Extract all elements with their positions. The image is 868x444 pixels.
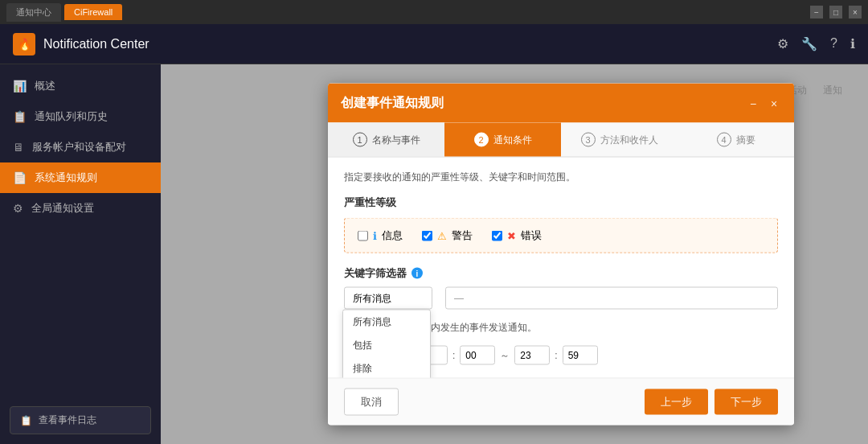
sidebar-item-overview[interactable]: 📊 概述 — [0, 71, 161, 101]
sidebar-item-global-settings[interactable]: ⚙ 全局通知设置 — [0, 193, 161, 224]
titlebar: 通知中心 CiFirewall − □ × — [0, 0, 868, 24]
severity-label-warn: 警告 — [452, 228, 473, 243]
view-event-log-label: 查看事件日志 — [39, 413, 96, 427]
severity-item-info[interactable]: ℹ 信息 — [358, 228, 403, 243]
keyword-section: 关键字筛选器 i 所有消息 包括 排除 — [344, 266, 778, 310]
tab-notification-center[interactable]: 通知中心 — [6, 3, 61, 22]
step-label-3: 方法和收件人 — [600, 133, 658, 146]
tools-icon[interactable]: 🔧 — [801, 36, 817, 51]
global-settings-icon: ⚙ — [13, 202, 23, 215]
app-title: Notification Center — [43, 37, 149, 51]
keyword-select-wrapper: 所有消息 包括 排除 — [344, 287, 432, 310]
settings-icon[interactable]: ⚙ — [777, 36, 788, 51]
sidebar-label-overview: 概述 — [35, 79, 55, 93]
step-label-2: 通知条件 — [493, 133, 532, 146]
severity-checkbox-info[interactable] — [358, 230, 368, 240]
sidebar-label-global-settings: 全局通知设置 — [31, 201, 94, 216]
prev-button[interactable]: 上一步 — [645, 389, 708, 415]
severity-row: ℹ 信息 ⚠ 警告 ✖ 错误 — [344, 218, 778, 253]
dropdown-item-all[interactable]: 所有消息 — [343, 310, 430, 334]
time-tilde: ～ — [500, 348, 510, 362]
severity-item-error[interactable]: ✖ 错误 — [492, 228, 542, 243]
time-from-minute[interactable] — [460, 346, 495, 365]
log-icon: 📋 — [20, 415, 32, 426]
time-to-minute[interactable] — [563, 346, 598, 365]
app-logo: 🔥 — [13, 33, 35, 56]
keyword-dropdown-menu: 所有消息 包括 排除 — [342, 310, 431, 378]
sidebar-item-service[interactable]: 🖥 服务帐户和设备配对 — [0, 132, 161, 162]
wizard-steps: 1 名称与事件 2 通知条件 3 方法和收件人 4 摘要 — [328, 123, 794, 158]
keyword-label-text: 关键字筛选器 — [344, 266, 407, 281]
step-num-4: 4 — [717, 133, 731, 147]
wizard-step-4[interactable]: 4 摘要 — [678, 123, 794, 157]
severity-section-title: 严重性等级 — [344, 195, 778, 210]
step-num-2: 2 — [474, 133, 489, 147]
view-event-log-button[interactable]: 📋 查看事件日志 — [10, 406, 151, 434]
modal-title: 创建事件通知规则 — [341, 95, 444, 112]
error-icon: ✖ — [507, 229, 516, 241]
tab-cifirewall[interactable]: CiFirewall — [64, 4, 122, 20]
keyword-text-input[interactable] — [445, 287, 778, 310]
sidebar-bottom: 📋 查看事件日志 — [0, 397, 161, 444]
sidebar-item-queue[interactable]: 📋 通知队列和历史 — [0, 101, 161, 132]
footer-nav-buttons: 上一步 下一步 — [645, 389, 778, 415]
modal-description: 指定要接收的通知的严重性等级、关键字和时间范围。 — [344, 171, 778, 184]
maximize-window-btn[interactable]: □ — [829, 6, 842, 18]
rules-icon: 📄 — [13, 171, 27, 184]
keyword-row: 所有消息 包括 排除 所有消息 包括 排除 — [344, 287, 778, 310]
modal-controls: − × — [746, 96, 781, 110]
sidebar-label-service: 服务帐户和设备配对 — [32, 140, 126, 154]
modal-header: 创建事件通知规则 − × — [328, 84, 794, 123]
main-layout: 📊 概述 📋 通知队列和历史 🖥 服务帐户和设备配对 📄 系统通知规则 ⚙ 全局… — [0, 64, 868, 444]
keyword-info-icon: i — [411, 268, 423, 279]
header-icons: ⚙ 🔧 ? ℹ — [777, 36, 855, 51]
sidebar-label-rules: 系统通知规则 — [35, 171, 97, 185]
app-header: 🔥 Notification Center ⚙ 🔧 ? ℹ — [0, 24, 868, 64]
time-to-hour[interactable] — [514, 346, 550, 365]
wizard-step-2[interactable]: 2 通知条件 — [444, 123, 561, 157]
modal-body: 指定要接收的通知的严重性等级、关键字和时间范围。 严重性等级 ℹ 信息 ⚠ 警告 — [328, 158, 794, 378]
wizard-step-1[interactable]: 1 名称与事件 — [328, 123, 444, 157]
dropdown-item-exclude[interactable]: 排除 — [343, 357, 430, 378]
severity-checkbox-warn[interactable] — [422, 230, 432, 240]
overview-icon: 📊 — [13, 80, 27, 92]
minimize-window-btn[interactable]: − — [810, 6, 823, 18]
info-icon: ℹ — [373, 229, 377, 241]
time-colon-2: : — [555, 350, 557, 361]
sidebar: 📊 概述 📋 通知队列和历史 🖥 服务帐户和设备配对 📄 系统通知规则 ⚙ 全局… — [0, 64, 161, 444]
step-num-1: 1 — [353, 133, 367, 147]
severity-label-info: 信息 — [382, 228, 403, 243]
close-window-btn[interactable]: × — [849, 6, 862, 18]
cancel-button[interactable]: 取消 — [344, 388, 399, 416]
modal-minimize-btn[interactable]: − — [746, 96, 760, 110]
step-label-4: 摘要 — [736, 133, 755, 146]
keyword-dropdown[interactable]: 所有消息 包括 排除 — [344, 287, 432, 310]
sidebar-label-queue: 通知队列和历史 — [35, 109, 108, 124]
severity-checkbox-error[interactable] — [492, 230, 502, 240]
window-controls: − □ × — [810, 6, 862, 18]
dropdown-item-include[interactable]: 包括 — [343, 334, 430, 357]
queue-icon: 📋 — [13, 110, 27, 123]
time-colon-1: : — [452, 350, 455, 361]
warn-icon: ⚠ — [437, 229, 447, 241]
sidebar-item-rules[interactable]: 📄 系统通知规则 — [0, 162, 161, 193]
service-icon: 🖥 — [13, 141, 24, 154]
next-button[interactable]: 下一步 — [714, 389, 778, 415]
severity-item-warn[interactable]: ⚠ 警告 — [422, 228, 473, 243]
modal-dialog: 创建事件通知规则 − × 1 名称与事件 2 通知条件 3 方法和收件 — [328, 84, 794, 426]
main-content: 非活动 通知 创建事件通知规则 − × 1 名称与事件 — [161, 64, 868, 444]
modal-footer: 取消 上一步 下一步 — [328, 378, 794, 426]
step-label-1: 名称与事件 — [372, 133, 420, 146]
help-icon[interactable]: ? — [830, 36, 837, 51]
severity-label-error: 错误 — [521, 228, 542, 243]
step-num-3: 3 — [581, 133, 596, 147]
info-header-icon[interactable]: ℹ — [850, 36, 855, 51]
modal-close-btn[interactable]: × — [767, 96, 781, 110]
keyword-section-label: 关键字筛选器 i — [344, 266, 778, 281]
wizard-step-3[interactable]: 3 方法和收件人 — [561, 123, 678, 157]
